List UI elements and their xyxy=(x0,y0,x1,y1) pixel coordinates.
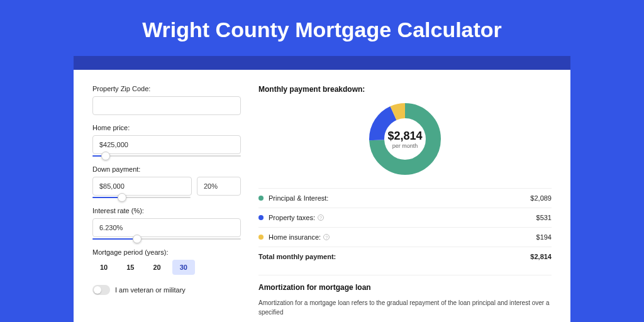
down-payment-pct-input[interactable] xyxy=(197,177,241,196)
field-interest-rate: Interest rate (%): xyxy=(92,207,241,240)
legend-row-principal: Principal & Interest: $2,089 xyxy=(258,188,552,208)
form-column: Property Zip Code: Home price: Down paym… xyxy=(92,85,241,317)
field-veteran: I am veteran or military xyxy=(92,285,241,295)
calculator-stage-outer: Property Zip Code: Home price: Down paym… xyxy=(74,56,570,322)
home-price-label: Home price: xyxy=(92,124,241,131)
period-option-10[interactable]: 10 xyxy=(92,260,115,275)
veteran-toggle[interactable] xyxy=(92,285,110,295)
zip-label: Property Zip Code: xyxy=(92,85,241,92)
legend-row-taxes: Property taxes: ? $531 xyxy=(258,208,552,227)
slider-thumb-icon[interactable] xyxy=(133,235,142,243)
field-zip: Property Zip Code: xyxy=(92,85,241,115)
legend-label: Home insurance: ? xyxy=(269,233,536,241)
slider-thumb-icon[interactable] xyxy=(101,152,110,160)
veteran-label: I am veteran or military xyxy=(115,286,186,294)
calculator-stage: Property Zip Code: Home price: Down paym… xyxy=(74,70,570,322)
legend-row-insurance: Home insurance: ? $194 xyxy=(258,227,552,247)
period-label: Mortgage period (years): xyxy=(92,248,241,256)
legend-dot-icon xyxy=(258,235,264,240)
down-payment-slider[interactable] xyxy=(92,197,191,198)
zip-input[interactable] xyxy=(92,96,241,115)
legend-label: Property taxes: ? xyxy=(269,214,536,221)
field-period: Mortgage period (years): 10 15 20 30 xyxy=(92,248,241,275)
legend-row-total: Total monthly payment: $2,814 xyxy=(258,247,552,266)
interest-rate-input[interactable] xyxy=(92,218,241,237)
donut-chart: $2,814 per month xyxy=(367,101,443,177)
home-price-slider[interactable] xyxy=(92,155,241,157)
donut-center-sub: per month xyxy=(392,143,418,149)
page-title: Wright County Mortgage Calculator xyxy=(0,0,644,56)
breakdown-column: Monthly payment breakdown: $2,814 per mo… xyxy=(258,85,552,317)
legend-label: Principal & Interest: xyxy=(269,194,530,202)
amortization-title: Amortization for mortgage loan xyxy=(258,283,552,292)
legend-dot-icon xyxy=(258,215,264,220)
interest-rate-label: Interest rate (%): xyxy=(92,207,241,214)
period-option-15[interactable]: 15 xyxy=(119,260,142,275)
slider-thumb-icon[interactable] xyxy=(118,193,126,202)
down-payment-input[interactable] xyxy=(92,177,192,196)
field-down-payment: Down payment: xyxy=(92,165,241,198)
help-icon[interactable]: ? xyxy=(323,234,330,240)
legend-value: $2,089 xyxy=(530,194,552,202)
legend-value: $531 xyxy=(536,214,552,221)
down-payment-label: Down payment: xyxy=(92,165,241,173)
legend-label: Total monthly payment: xyxy=(258,253,530,260)
help-icon[interactable]: ? xyxy=(318,214,324,221)
legend-dot-icon xyxy=(258,196,264,201)
toggle-knob-icon xyxy=(94,286,101,294)
home-price-input[interactable] xyxy=(92,135,241,154)
legend-value: $2,814 xyxy=(530,253,552,260)
period-option-20[interactable]: 20 xyxy=(146,260,169,275)
interest-rate-slider[interactable] xyxy=(92,238,241,240)
period-options: 10 15 20 30 xyxy=(92,260,241,275)
amortization-text: Amortization for a mortgage loan refers … xyxy=(258,298,552,317)
donut-center-amount: $2,814 xyxy=(387,130,422,143)
legend-value: $194 xyxy=(536,233,552,241)
field-home-price: Home price: xyxy=(92,124,241,157)
period-option-30[interactable]: 30 xyxy=(172,260,195,275)
donut-chart-wrap: $2,814 per month xyxy=(258,101,552,188)
amortization-section: Amortization for mortgage loan Amortizat… xyxy=(258,275,552,317)
breakdown-title: Monthly payment breakdown: xyxy=(258,85,552,94)
